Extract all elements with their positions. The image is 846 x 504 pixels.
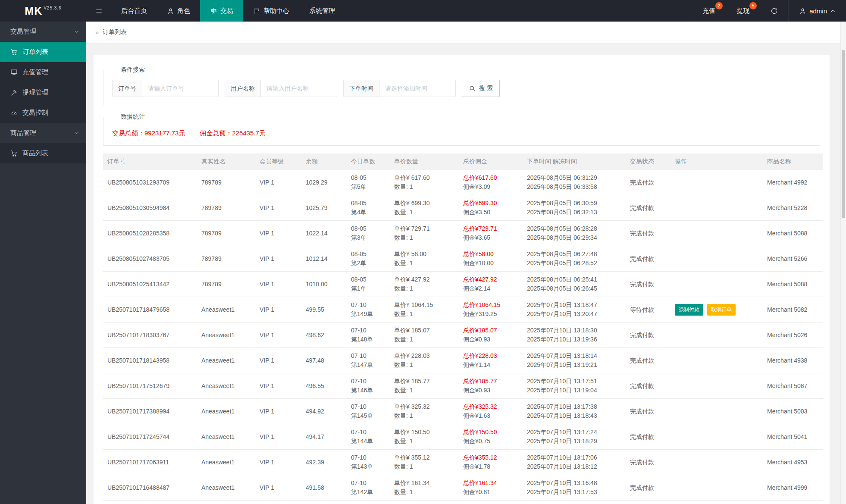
cell-today-orders: 07-10第148单 [347, 322, 390, 348]
cell-actions [671, 246, 763, 272]
cell-order-no: UB2507101717063911 [103, 450, 197, 475]
cell-real-name: Aneasweet1 [197, 501, 255, 504]
user-icon [799, 7, 806, 15]
cell-order-no: UB2507101718143958 [103, 348, 197, 373]
sidebar-group-product-management[interactable]: 商品管理 [0, 123, 86, 143]
table-row: UB2507101718479658Aneasweet1VIP 1499.550… [103, 297, 823, 322]
cell-status: 完成付款 [626, 221, 671, 246]
cell-actions [671, 475, 763, 501]
orders-table-wrap: 订单号真实姓名会员等级余额今日单数单价数量总价佣金下单时间 解冻时间交易状态操作… [103, 153, 820, 504]
recharge-menu-item[interactable]: 充值 2 [692, 0, 726, 22]
sidebar-item-recharge-management[interactable]: 充值管理 [0, 62, 86, 82]
withdraw-badge: 5 [749, 2, 757, 9]
cell-merchant: Merchant 5026 [763, 322, 823, 348]
nav-item-dashboard[interactable]: 后台首页 [111, 0, 157, 22]
column-header: 会员等级 [255, 153, 301, 170]
cell-actions [671, 373, 763, 399]
sidebar-toggle-button[interactable] [86, 0, 111, 22]
cell-balance: 498.62 [301, 322, 347, 348]
cell-unit-price-qty: 单价¥ 58.00数量: 1 [390, 246, 459, 272]
order-time-input[interactable] [379, 80, 455, 97]
cell-order-no: UB2507101716488487 [103, 475, 197, 501]
cell-total-commission: 总价¥325.32佣金¥1.63 [459, 399, 523, 424]
cell-vip-level: VIP 1 [255, 195, 301, 221]
cell-today-orders: 07-10第149单 [347, 297, 390, 322]
cell-unit-price-qty: 单价¥ 150.50数量: 1 [390, 424, 459, 450]
cell-today-orders: 07-10第146单 [347, 373, 390, 399]
sidebar: 交易管理订单列表充值管理提现管理交易控制商品管理商品列表 [0, 22, 86, 504]
cell-vip-level: VIP 1 [255, 399, 301, 424]
cell-actions [671, 450, 763, 475]
user-name-input[interactable] [261, 80, 337, 97]
order-no-input[interactable] [142, 80, 218, 97]
cell-order-no: UB2508051031293709 [103, 170, 197, 195]
table-header-row: 订单号真实姓名会员等级余额今日单数单价数量总价佣金下单时间 解冻时间交易状态操作… [103, 153, 823, 170]
cell-vip-level: VIP 1 [255, 297, 301, 322]
sidebar-item-product-list[interactable]: 商品列表 [0, 143, 86, 163]
cancel-order-button[interactable]: 取消订单 [707, 304, 736, 316]
vertical-scrollbar[interactable] [840, 22, 846, 504]
cell-balance: 494.92 [301, 399, 347, 424]
sidebar-item-trade-control[interactable]: 交易控制 [0, 103, 86, 123]
cell-times: 2025年07月10日 13:18:302025年07月10日 13:19:36 [523, 322, 626, 348]
cell-order-no: UB2507101718479658 [103, 297, 197, 322]
nav-item-system[interactable]: 系统管理 [299, 0, 345, 22]
cell-real-name: Aneasweet1 [197, 348, 255, 373]
cell-unit-price-qty: 单价¥ 699.30数量: 1 [390, 195, 459, 221]
sidebar-item-order-list[interactable]: 订单列表 [0, 42, 86, 62]
table-row: UB2507101716488487Aneasweet1VIP 1491.580… [103, 475, 823, 501]
monitor-icon [10, 69, 18, 76]
cell-unit-price-qty: 单价¥ 185.77数量: 1 [390, 373, 459, 399]
table-row: UB2507101717388994Aneasweet1VIP 1494.920… [103, 399, 823, 424]
cell-actions [671, 195, 763, 221]
admin-user-menu[interactable]: admin [788, 0, 846, 22]
cell-status: 完成付款 [626, 450, 671, 475]
cell-balance: 491.58 [301, 475, 347, 501]
cell-today-orders: 07-10第144单 [347, 424, 390, 450]
cell-today-orders: 08-05第5单 [347, 170, 390, 195]
cell-total-commission: 总价¥729.71佣金¥3.65 [459, 221, 523, 246]
cell-balance: 1010.00 [301, 272, 347, 297]
cell-vip-level: VIP 1 [255, 170, 301, 195]
force-pay-button[interactable]: 强制付款 [675, 304, 703, 316]
search-button-label: 搜 索 [479, 85, 493, 92]
cell-merchant: Merchant 4999 [763, 475, 823, 501]
cell-today-orders: 08-05第2单 [347, 246, 390, 272]
scrollbar-thumb[interactable] [842, 50, 845, 218]
cell-status: 完成付款 [626, 475, 671, 501]
cell-merchant: Merchant 4992 [763, 170, 823, 195]
nav-item-trade[interactable]: 交易 [200, 0, 243, 22]
table-row: UB2508051031293709789789VIP 11029.2908-0… [103, 170, 823, 195]
sidebar-item-label: 提现管理 [22, 88, 48, 97]
recharge-label: 充值 [702, 7, 715, 15]
column-header: 真实姓名 [197, 153, 255, 170]
cell-actions: 强制付款取消订单 [671, 297, 763, 322]
search-button[interactable]: 搜 索 [462, 80, 500, 97]
cell-status: 完成付款 [626, 322, 671, 348]
admin-label: admin [809, 7, 827, 15]
cell-times: 2025年08月05日 06:28:282025年08月05日 06:29:34 [523, 221, 626, 246]
table-row: UB2507101717245744Aneasweet1VIP 1494.170… [103, 424, 823, 450]
refresh-button[interactable] [760, 0, 788, 22]
cell-vip-level: VIP 1 [255, 221, 301, 246]
cell-total-commission: 总价¥185.07佣金¥0.93 [459, 322, 523, 348]
cell-times: 2025年07月10日 13:16:482025年07月10日 13:17:53 [523, 475, 626, 501]
cell-merchant: Merchant 4953 [763, 450, 823, 475]
sidebar-item-label: 订单列表 [22, 48, 48, 56]
sidebar-group-trade-management[interactable]: 交易管理 [0, 22, 86, 42]
cell-actions [671, 348, 763, 373]
withdraw-menu-item[interactable]: 提现 5 [726, 0, 760, 22]
column-header: 订单号 [103, 153, 197, 170]
nav-item-help-center[interactable]: 帮助中心 [243, 0, 299, 22]
chevron-down-icon [74, 29, 79, 34]
cell-balance: 1012.14 [301, 246, 347, 272]
sidebar-subpanel: 商品列表 [0, 143, 86, 163]
cell-status: 完成付款 [626, 348, 671, 373]
cell-order-no: UB2507101716274829 [103, 501, 197, 504]
nav-item-roles[interactable]: 角色 [157, 0, 200, 22]
sidebar-item-withdraw-management[interactable]: 提现管理 [0, 82, 86, 103]
logo-text: MK [25, 5, 42, 17]
nav-item-label: 系统管理 [309, 7, 335, 15]
topbar: MK V25.3.6 后台首页角色交易帮助中心系统管理 充值 2 提现 5 ad… [0, 0, 846, 22]
cell-today-orders: 08-05第3单 [347, 221, 390, 246]
